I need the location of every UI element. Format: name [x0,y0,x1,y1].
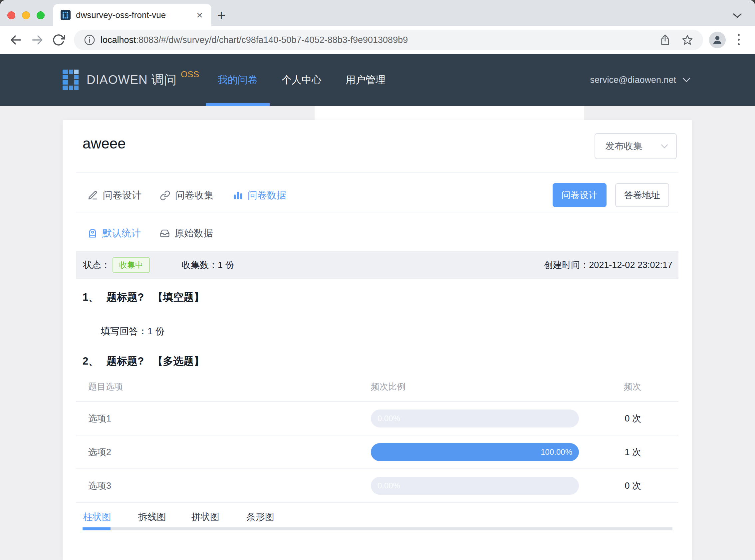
url-text: localhost:8083/#/dw/survey/d/chart/c98fa… [101,35,653,45]
chart-tabs-track [83,527,672,531]
chart-tabs-active-indicator [83,527,110,531]
tab-survey-collect[interactable]: 问卷收集 [160,185,214,206]
link-icon [160,190,170,201]
table-row: 选项3 0.00% 0 次 [76,468,678,502]
status-bar: 状态： 收集中 收集数：1 份 创建时间：2021-12-02 23:02:17 [76,251,678,279]
frequency-bar: 0.00% [371,409,579,427]
collect-count: 收集数：1 份 [182,251,234,279]
url-host: localhost [101,35,136,45]
publish-collect-value: 发布收集 [605,140,642,153]
frequency-count: 0 次 [625,413,641,424]
chart-type-tabs: 柱状图 拆线图 拼状图 条形图 [63,506,692,528]
created-time: 创建时间：2021-12-02 23:02:17 [544,251,672,279]
account-menu[interactable]: service@diaowen.net [590,54,691,106]
chevron-down-icon [682,77,691,83]
brand-name: DIAOWEN 调问 [86,72,177,88]
column-header-option: 题目选项 [88,381,123,393]
window-controls [7,11,45,19]
tab-survey-data[interactable]: 问卷数据 [233,185,286,206]
survey-title: aweee [83,135,126,152]
frequency-bar: 0.00% [371,477,579,495]
table-row: 选项1 0.00% 0 次 [76,401,678,435]
tab-title: dwsurvey-oss-front-vue [76,10,195,20]
close-window-button[interactable] [7,11,15,19]
tab-survey-design[interactable]: 问卷设计 [87,185,142,206]
brand-oss-badge: OSS [181,69,199,80]
share-icon[interactable] [660,34,670,46]
brand-logo[interactable]: DIAOWEN 调问 OSS [63,54,199,106]
tab-bar-chart[interactable]: 条形图 [246,506,274,528]
options-table: 选项1 0.00% 0 次 选项2 100.00% 1 次 选项3 [63,401,692,502]
survey-detail-card: aweee 发布收集 问卷设计 问卷收集 问卷数据 问卷设计 答卷地址 [63,120,692,560]
page-info-icon[interactable] [84,34,95,46]
bar-chart-icon [233,191,243,200]
browser-tab-strip: dwsurvey-oss-front-vue × + [0,0,755,26]
option-label: 选项3 [88,480,111,492]
publish-collect-select[interactable]: 发布收集 [595,133,677,159]
tab-default-stats[interactable]: 默认统计 [87,223,141,244]
browser-tab[interactable]: dwsurvey-oss-front-vue × [53,4,211,26]
account-email: service@diaowen.net [590,75,676,85]
minimize-window-button[interactable] [22,11,30,19]
header-substrip [314,106,584,120]
diaowen-logo-icon [63,69,82,90]
maximize-window-button[interactable] [37,11,45,19]
option-label: 选项1 [88,413,111,424]
tag-icon [87,228,98,238]
question-1-answer-count: 填写回答：1 份 [101,325,164,338]
tab-raw-data[interactable]: 原始数据 [160,223,213,244]
frequency-count: 0 次 [625,480,641,492]
divider [76,173,678,173]
answer-url-button[interactable]: 答卷地址 [615,183,669,207]
nav-item-personal-center[interactable]: 个人中心 [270,54,333,106]
url-actions [660,34,693,46]
nav-item-user-management[interactable]: 用户管理 [333,54,397,106]
browser-toolbar: localhost:8083/#/dw/survey/d/chart/c98fa… [0,26,755,54]
frequency-percent: 100.00% [540,447,572,457]
status-label: 状态： [83,251,110,279]
column-header-frequency-ratio: 频次比例 [371,381,406,393]
column-header-frequency: 频次 [624,381,641,393]
divider [76,502,678,503]
status-badge: 收集中 [113,257,150,273]
nav-item-my-surveys[interactable]: 我的问卷 [206,54,270,106]
frequency-bar: 100.00% [371,443,579,461]
tab-pie-chart[interactable]: 拼状图 [191,506,219,528]
inbox-icon [160,228,170,238]
frequency-count: 1 次 [625,446,641,458]
divider [76,212,678,213]
browser-profile-avatar[interactable] [709,32,726,48]
url-path: :8083/#/dw/survey/d/chart/c98fa140-50b7-… [136,35,408,45]
back-icon[interactable] [9,33,23,47]
new-tab-button[interactable]: + [217,8,226,23]
browser-menu-icon[interactable] [738,34,740,45]
option-label: 选项2 [88,446,111,458]
question-1-title: 1、题标题?【填空题】 [83,290,204,304]
tab-line-chart[interactable]: 拆线图 [138,506,166,528]
frequency-percent: 0.00% [378,414,400,423]
app-header: DIAOWEN 调问 OSS 我的问卷 个人中心 用户管理 service@di… [0,54,755,106]
stat-tabs: 默认统计 原始数据 [63,223,692,244]
app-nav: 我的问卷 个人中心 用户管理 [206,54,397,106]
browser-window: dwsurvey-oss-front-vue × + localhost:808… [0,0,755,560]
edit-pencil-icon [87,190,98,201]
forward-icon[interactable] [30,33,44,47]
frequency-percent: 0.00% [378,481,400,491]
url-bar[interactable]: localhost:8083/#/dw/survey/d/chart/c98fa… [74,29,703,50]
tab-column-chart[interactable]: 柱状图 [83,506,111,528]
site-favicon-icon [61,10,70,20]
bookmark-star-icon[interactable] [682,34,693,46]
question-2-title: 2、题标题?【多选题】 [83,354,204,368]
reload-icon[interactable] [52,33,65,47]
tab-close-icon[interactable]: × [195,9,204,20]
tab-search-chevron-icon[interactable] [732,13,742,19]
table-row: 选项2 100.00% 1 次 [76,435,678,468]
options-table-header: 题目选项 频次比例 频次 [63,375,692,398]
survey-design-button[interactable]: 问卷设计 [553,183,607,207]
chevron-down-icon [661,144,668,148]
